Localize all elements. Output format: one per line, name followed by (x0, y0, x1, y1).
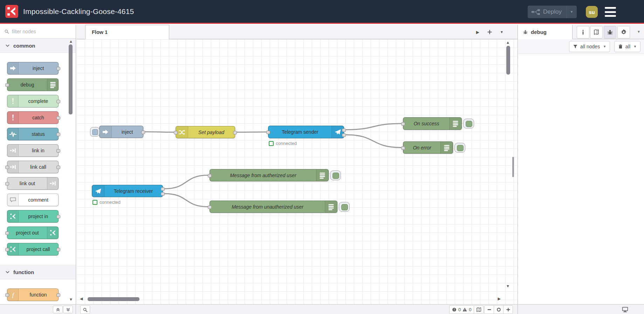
palette-node-comment[interactable]: comment (7, 194, 59, 206)
output-port[interactable] (161, 192, 165, 196)
palette-node-link-out[interactable]: link out (7, 177, 59, 190)
canvas-vscrollbar-thumb[interactable] (506, 46, 510, 75)
flow-node-set-payload[interactable]: Set payload (176, 126, 235, 138)
panel-resize-handle[interactable] (512, 157, 514, 177)
input-port[interactable] (401, 146, 405, 150)
input-port[interactable] (5, 166, 9, 169)
next-tab-button[interactable]: ▶ (476, 30, 479, 35)
output-port[interactable] (56, 149, 60, 153)
flow-node-telegram-receiver[interactable]: Telegram receiver (92, 185, 163, 197)
flow-node-on-success[interactable]: On success (403, 117, 462, 130)
inject-trigger-button[interactable] (90, 127, 100, 137)
palette-node-catch[interactable]: catch (7, 111, 59, 124)
zoom-reset-button[interactable] (494, 306, 503, 314)
debug-filter-button[interactable]: all nodes ▼ (569, 41, 610, 52)
output-port[interactable] (342, 133, 346, 137)
palette-scroll-down[interactable]: ▼ (69, 298, 73, 301)
palette-node-status[interactable]: status (7, 128, 59, 140)
palette-node-project-out[interactable]: project out (7, 226, 59, 239)
deploy-options-caret[interactable]: ▼ (566, 6, 577, 18)
palette-node-inject[interactable]: inject (7, 62, 59, 75)
wire[interactable] (165, 194, 208, 207)
zoom-in-button[interactable] (503, 306, 513, 314)
sidebar-config-button[interactable] (617, 26, 630, 39)
flow-node-msg-auth[interactable]: Message from autherized user (210, 169, 329, 181)
canvas-scroll-right[interactable]: ▶ (498, 297, 501, 301)
expand-categories-button[interactable] (63, 306, 73, 313)
palette-filter-input[interactable] (11, 28, 62, 35)
palette-node-project-call[interactable]: project call (7, 243, 59, 256)
output-port[interactable] (233, 131, 237, 134)
wire[interactable] (237, 132, 266, 132)
palette-node-project-in[interactable]: project in (7, 210, 59, 223)
output-port[interactable] (56, 166, 60, 169)
open-console-button[interactable] (621, 305, 629, 313)
output-port[interactable] (342, 128, 346, 132)
input-port[interactable] (5, 231, 9, 235)
input-port[interactable] (174, 131, 178, 134)
output-port[interactable] (56, 116, 60, 120)
input-port[interactable] (5, 293, 9, 297)
debug-toggle-button[interactable] (330, 170, 341, 180)
input-port[interactable] (266, 131, 270, 134)
debug-toggle-button[interactable] (454, 143, 465, 153)
navigator-button[interactable] (474, 305, 484, 314)
input-port[interactable] (5, 182, 9, 186)
palette-node-complete[interactable]: complete (7, 95, 59, 107)
canvas-scroll-up[interactable]: ▲ (506, 41, 510, 44)
canvas-scroll-down[interactable]: ▼ (506, 284, 510, 288)
canvas-hscrollbar-thumb[interactable] (88, 297, 139, 301)
palette-category-common[interactable]: common (0, 39, 76, 53)
output-port[interactable] (56, 67, 60, 70)
zoom-out-button[interactable] (485, 306, 494, 314)
chevron-down-icon (6, 271, 9, 274)
input-port[interactable] (5, 248, 9, 251)
collapse-categories-button[interactable] (53, 306, 63, 313)
project-icon (7, 210, 19, 222)
sidebar-tabs-caret[interactable]: ▼ (637, 30, 640, 34)
palette-node-debug[interactable]: debug (7, 78, 59, 91)
flow-node-inject[interactable]: inject (99, 126, 143, 138)
output-port[interactable] (56, 293, 60, 297)
palette-scrollbar-thumb[interactable] (69, 44, 73, 114)
palette-search[interactable] (0, 25, 76, 39)
flow-node-msg-unauth[interactable]: Message from unautherized user (210, 201, 337, 213)
palette-node-link-call[interactable]: link call (7, 161, 59, 173)
output-port[interactable] (56, 133, 60, 136)
palette-node-link-in[interactable]: link in (7, 144, 59, 157)
sidebar-tab-debug[interactable]: debug (518, 25, 573, 39)
main-menu-button[interactable] (605, 7, 616, 17)
wire[interactable] (346, 124, 401, 130)
output-port[interactable] (56, 100, 60, 103)
palette-node-function[interactable]: ffunction (7, 288, 59, 301)
tab-flow-1[interactable]: Flow 1 (85, 25, 169, 39)
input-port[interactable] (401, 122, 405, 126)
flow-list-button[interactable]: ▼ (500, 30, 503, 34)
flow-node-on-error[interactable]: On error (403, 141, 453, 154)
output-port[interactable] (141, 131, 145, 134)
wire[interactable] (346, 135, 401, 148)
sidebar-help-button[interactable] (590, 26, 603, 39)
input-port[interactable] (208, 205, 212, 209)
user-avatar[interactable]: su (586, 6, 598, 18)
canvas-scroll-left[interactable]: ◀ (80, 297, 83, 301)
wire[interactable] (165, 175, 208, 189)
debug-toggle-button[interactable] (339, 202, 350, 212)
palette-category-function[interactable]: function (0, 265, 76, 279)
input-port[interactable] (208, 174, 212, 177)
input-port[interactable] (5, 83, 9, 87)
output-port[interactable] (56, 248, 60, 251)
palette-scroll-up[interactable]: ▲ (69, 40, 73, 43)
flow-node-telegram-sender[interactable]: Telegram sender (268, 126, 344, 138)
output-port[interactable] (161, 187, 165, 191)
debug-clear-button[interactable]: all ▼ (614, 41, 640, 52)
debug-toggle-button[interactable] (463, 119, 474, 128)
add-flow-button[interactable] (487, 29, 492, 35)
sidebar-info-button[interactable] (577, 26, 589, 39)
wire[interactable] (145, 132, 174, 132)
deploy-button[interactable]: Deploy ▼ (528, 6, 577, 18)
output-port[interactable] (56, 215, 60, 218)
flow-canvas[interactable]: injectSet payloadTelegram senderconnecte… (76, 39, 518, 304)
canvas-search-button[interactable] (80, 305, 90, 314)
sidebar-debug-button[interactable] (604, 26, 616, 39)
